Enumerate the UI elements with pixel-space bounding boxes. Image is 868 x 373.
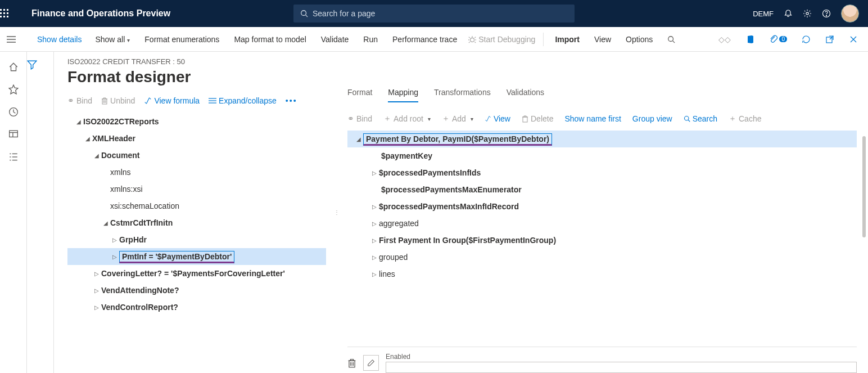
view-formula-button[interactable]: View formula	[144, 96, 200, 105]
map-node[interactable]: $processedPaymentsMaxEnumerator	[381, 185, 522, 194]
map-node[interactable]: $processedPaymentsInfIds	[379, 168, 481, 177]
tab-mapping[interactable]: Mapping	[388, 88, 418, 102]
recent-icon[interactable]	[8, 107, 19, 117]
company-code[interactable]: DEMF	[753, 10, 774, 18]
tree-node-selected[interactable]: PmtInf = '$PaymentByDebtor'	[119, 251, 234, 263]
search-input[interactable]: Search for a page	[293, 5, 575, 23]
attachments-icon[interactable]: 0	[766, 33, 790, 46]
run-button[interactable]: Run	[360, 32, 381, 47]
svg-point-9	[301, 11, 306, 16]
collapse-icon[interactable]: ◢	[83, 136, 92, 142]
svg-rect-6	[0, 16, 2, 17]
tree-node[interactable]: xsi:schemaLocation	[110, 201, 179, 210]
expand-icon[interactable]: ▷	[92, 287, 101, 294]
expand-icon[interactable]: ▷	[110, 237, 119, 243]
tree-node[interactable]: Document	[101, 151, 139, 160]
enabled-field[interactable]	[386, 362, 857, 373]
tab-validations[interactable]: Validations	[507, 88, 544, 102]
tree-node[interactable]: xmlns:xsi	[110, 185, 143, 194]
gear-icon[interactable]	[803, 9, 812, 18]
format-enumerations-button[interactable]: Format enumerations	[141, 32, 223, 47]
expand-icon[interactable]: ▷	[370, 254, 379, 260]
tree-node[interactable]: VendControlReport?	[101, 303, 178, 312]
office-icon[interactable]	[742, 33, 758, 46]
help-icon[interactable]	[822, 9, 831, 18]
add-dropdown[interactable]: ＋Add	[442, 114, 473, 124]
add-root-dropdown[interactable]: ＋Add root	[383, 114, 431, 124]
more-icon[interactable]: •••	[286, 96, 297, 105]
show-name-first-button[interactable]: Show name first	[564, 114, 621, 123]
waffle-icon[interactable]	[0, 9, 27, 18]
map-node-selected[interactable]: Payment By Debtor, PaymID($PaymentByDebt…	[363, 133, 552, 146]
edit-icon[interactable]	[363, 355, 379, 371]
filter-icon[interactable]	[27, 60, 53, 70]
svg-line-10	[306, 15, 308, 17]
expand-icon[interactable]: ▷	[92, 304, 101, 311]
validate-button[interactable]: Validate	[318, 32, 352, 47]
svg-rect-0	[0, 9, 2, 11]
svg-rect-3	[0, 12, 2, 14]
map-node[interactable]: $paymentKey	[381, 151, 432, 160]
star-icon[interactable]	[8, 84, 19, 95]
tree-node[interactable]: CstmrCdtTrfInitn	[110, 218, 173, 227]
page-title: Format designer	[67, 68, 335, 86]
expand-icon[interactable]: ▷	[370, 204, 379, 210]
expand-icon[interactable]: ▷	[370, 170, 379, 176]
svg-line-28	[830, 36, 833, 39]
svg-rect-7	[3, 16, 5, 17]
expand-icon[interactable]: ▷	[370, 271, 379, 277]
map-node[interactable]: $processedPaymentsMaxInfIdRecord	[379, 202, 519, 211]
close-icon[interactable]	[846, 33, 861, 46]
collapse-icon[interactable]: ◢	[354, 136, 363, 142]
tree-node[interactable]: ISO20022CTReports	[83, 117, 159, 126]
popout-icon[interactable]	[822, 33, 838, 46]
svg-rect-2	[7, 9, 8, 11]
search-button[interactable]: Search	[684, 114, 717, 123]
expand-icon[interactable]: ▷	[370, 237, 379, 244]
link-icon[interactable]: ◇◇	[715, 33, 734, 46]
view-button[interactable]: View	[485, 114, 510, 123]
refresh-icon[interactable]	[798, 33, 814, 46]
options-button[interactable]: Options	[622, 32, 656, 47]
map-node[interactable]: aggregated	[379, 219, 419, 228]
svg-rect-48	[523, 117, 527, 122]
workspace-icon[interactable]	[8, 129, 19, 140]
tab-transformations[interactable]: Transformations	[434, 88, 491, 102]
tree-node[interactable]: xmlns	[110, 168, 131, 177]
performance-trace-button[interactable]: Performance trace	[389, 32, 460, 47]
group-view-button[interactable]: Group view	[632, 114, 672, 123]
home-icon[interactable]	[8, 62, 19, 72]
collapse-icon[interactable]: ◢	[92, 152, 101, 159]
expand-icon[interactable]: ▷	[370, 221, 379, 227]
search-icon[interactable]	[664, 33, 679, 46]
avatar[interactable]	[841, 5, 859, 23]
map-node[interactable]: lines	[379, 269, 395, 278]
view-button[interactable]: View	[591, 32, 614, 47]
map-node[interactable]: First Payment In Group($FirstPaymentInGr…	[379, 236, 556, 245]
import-button[interactable]: Import	[551, 32, 583, 47]
tree-node[interactable]: XMLHeader	[92, 134, 135, 143]
svg-line-50	[688, 120, 690, 122]
hamburger-icon[interactable]	[7, 35, 27, 43]
svg-line-19	[469, 37, 470, 38]
tree-node[interactable]: VendAttendingNote?	[101, 286, 179, 295]
collapse-icon[interactable]: ◢	[74, 119, 83, 125]
svg-point-49	[684, 116, 689, 121]
show-details-button[interactable]: Show details	[35, 32, 84, 47]
expand-icon[interactable]: ▷	[92, 271, 101, 277]
expand-icon[interactable]: ▷	[110, 254, 119, 260]
collapse-icon[interactable]: ◢	[101, 220, 110, 226]
expand-collapse-button[interactable]: Expand/collapse	[209, 96, 277, 105]
bell-icon[interactable]	[784, 9, 793, 18]
delete-icon[interactable]	[347, 358, 356, 368]
map-node[interactable]: grouped	[379, 253, 408, 262]
map-format-to-model-button[interactable]: Map format to model	[230, 32, 309, 47]
modules-icon[interactable]	[8, 152, 19, 162]
tab-format[interactable]: Format	[347, 88, 372, 102]
show-all-dropdown[interactable]: Show all	[92, 32, 133, 47]
tree-node[interactable]: CoveringLetter? = '$PaymentsForCoveringL…	[101, 269, 285, 278]
mapping-tree: ◢ Payment By Debtor, PaymID($PaymentByDe…	[347, 131, 857, 282]
svg-point-11	[806, 12, 808, 15]
scrollbar[interactable]	[862, 136, 866, 237]
tree-node[interactable]: GrpHdr	[119, 235, 147, 244]
